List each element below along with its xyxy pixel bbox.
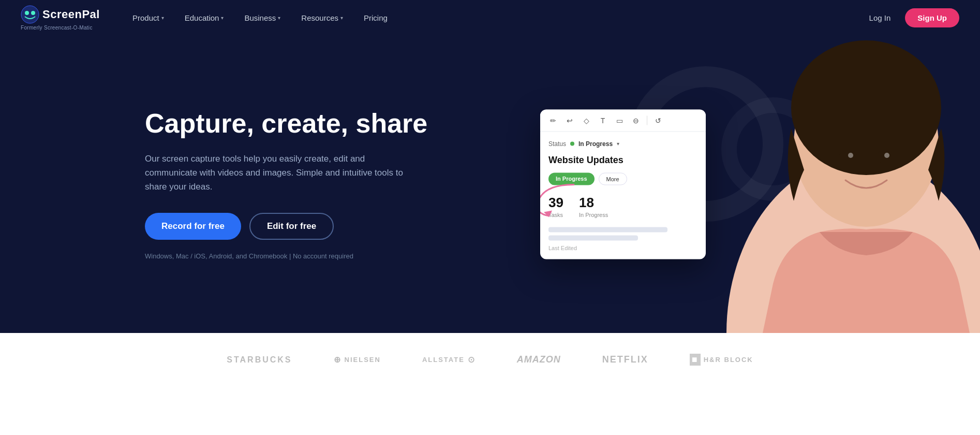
blurred-text-2 [548,235,638,240]
navbar: ScreenPal Formerly Screencast-O-Matic Pr… [0,0,980,35]
hero-section: Capture, create, share Our screen captur… [0,35,980,333]
nav-pricing[interactable]: Pricing [355,9,396,26]
status-dot-icon [570,141,574,146]
status-chevron-icon[interactable]: ▾ [617,141,619,147]
nav-resources-label: Resources [301,13,338,22]
status-bar: Status In Progress ▾ [548,140,697,147]
edit-for-free-button[interactable]: Edit for free [249,213,334,240]
svg-point-5 [791,40,941,175]
toolbar-pen-icon[interactable]: ✏ [547,114,559,126]
logo-netflix: NETFLIX [602,354,648,365]
nav-links: Product ▾ Education ▾ Business ▾ Resourc… [124,9,863,26]
svg-point-8 [848,153,853,158]
nav-education[interactable]: Education ▾ [176,9,232,26]
brand-subtitle: Formerly Screencast-O-Matic [21,25,103,31]
record-for-free-button[interactable]: Record for free [145,213,241,240]
logo-nielsen: ⊕ Nielsen [334,355,381,365]
login-button[interactable]: Log In [863,9,897,26]
brand-name: ScreenPal [42,8,100,21]
allstate-icon: ⊙ [468,355,476,365]
nav-business-label: Business [244,13,276,22]
mockup-card-title: Website Updates [548,154,697,165]
nav-business[interactable]: Business ▾ [236,9,289,26]
last-edited-label: Last Edited [548,244,697,251]
status-label: Status [548,140,566,147]
nav-product-label: Product [132,13,159,22]
nav-pricing-label: Pricing [364,13,388,22]
screenpal-logo-icon [21,5,39,24]
person-illustration [680,35,980,333]
hero-right: ✏ ↩ ◇ T ▭ ⊖ ↺ Status In Progress ▾ [514,35,980,333]
blurred-text-1 [548,227,667,232]
toolbar-rect-icon[interactable]: ▭ [614,114,625,126]
stat-progress-label: In Progress [579,211,608,218]
logo-allstate: Allstate ⊙ [422,355,476,365]
stat-progress-number: 18 [579,194,608,210]
hero-title: Capture, create, share [145,108,427,139]
chevron-down-icon: ▾ [278,15,280,21]
toolbar-undo-icon[interactable]: ↺ [652,114,664,126]
hero-buttons: Record for free Edit for free [145,213,427,240]
toolbar-divider [647,115,647,125]
svg-point-6 [839,151,857,163]
logo-hrblock: ■ H&R BLOCK [690,354,753,366]
logo-area: ScreenPal Formerly Screencast-O-Matic [21,5,103,31]
arrow-decoration [540,182,579,223]
chevron-down-icon: ▾ [221,15,224,21]
nav-resources[interactable]: Resources ▾ [293,9,351,26]
hero-platform-note: Windows, Mac / iOS, Android, and Chromeb… [145,252,427,260]
nav-product[interactable]: Product ▾ [124,9,172,26]
hero-content: Capture, create, share Our screen captur… [145,108,427,259]
logo-starbucks: STARBUCKS [227,355,292,365]
tab-more[interactable]: More [599,172,627,185]
svg-point-2 [31,11,35,15]
nav-right: Log In Sign Up [863,8,959,27]
svg-point-1 [25,11,29,15]
status-value: In Progress [578,140,613,147]
toolbar-brush-icon[interactable]: ↩ [564,114,575,126]
signup-button[interactable]: Sign Up [905,8,959,27]
mockup-content: Status In Progress ▾ Website Updates In … [540,132,706,259]
person-area [680,35,980,333]
logo-amazon: amazon [517,354,561,365]
hrblock-icon: ■ [690,354,701,366]
nielsen-icon: ⊕ [334,355,341,365]
chevron-down-icon: ▾ [340,15,343,21]
nav-education-label: Education [185,13,219,22]
logos-strip: STARBUCKS ⊕ Nielsen Allstate ⊙ amazon NE… [0,333,980,386]
mockup-toolbar: ✏ ↩ ◇ T ▭ ⊖ ↺ [540,109,706,132]
toolbar-text-icon[interactable]: T [597,114,608,126]
hero-description: Our screen capture tools help you easily… [145,152,414,194]
svg-point-0 [21,6,39,23]
svg-point-9 [884,153,889,158]
chevron-down-icon: ▾ [161,15,164,21]
stat-in-progress: 18 In Progress [579,194,608,218]
toolbar-eraser-icon[interactable]: ◇ [581,114,592,126]
ui-mockup-card: ✏ ↩ ◇ T ▭ ⊖ ↺ Status In Progress ▾ [540,109,706,259]
svg-point-7 [875,151,894,163]
toolbar-zoom-icon[interactable]: ⊖ [630,114,642,126]
